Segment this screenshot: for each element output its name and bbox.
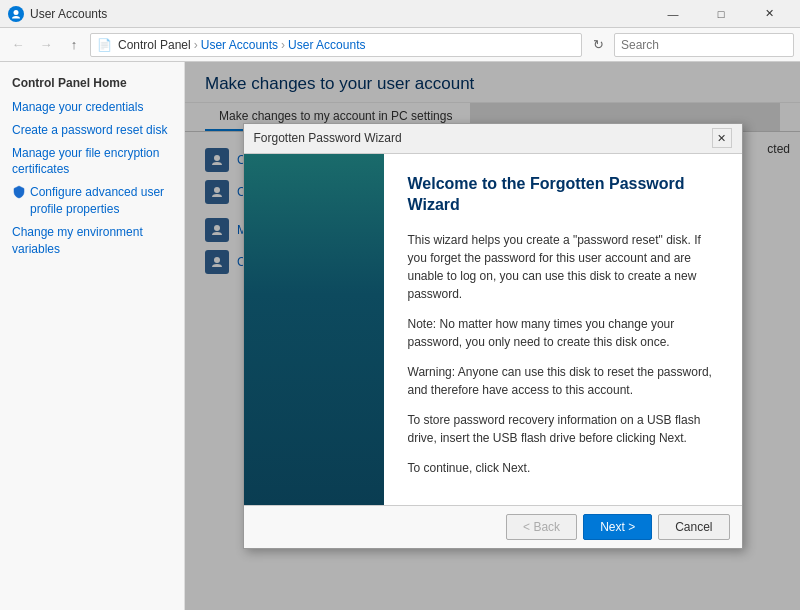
- refresh-button[interactable]: ↻: [586, 33, 610, 57]
- up-button[interactable]: ↑: [62, 33, 86, 57]
- dialog-paragraph-5: To continue, click Next.: [408, 459, 718, 477]
- window-title: User Accounts: [30, 7, 650, 21]
- window-controls: — □ ✕: [650, 0, 792, 28]
- content-area: Make changes to your user account Make c…: [185, 62, 800, 610]
- dialog-right-panel: Welcome to the Forgotten Password Wizard…: [384, 154, 742, 506]
- dialog-overlay: Forgotten Password Wizard ✕ Welcome to t…: [185, 62, 800, 610]
- dialog-title-bar: Forgotten Password Wizard ✕: [244, 124, 742, 154]
- forward-button[interactable]: →: [34, 33, 58, 57]
- sidebar-item-create-password-reset[interactable]: Create a password reset disk: [0, 119, 184, 142]
- sidebar-section-title: Control Panel Home: [0, 72, 184, 96]
- dialog-close-button[interactable]: ✕: [712, 128, 732, 148]
- nav-icon: 📄: [97, 38, 112, 52]
- dialog-footer: < Back Next > Cancel: [244, 505, 742, 548]
- dialog-paragraph-3: Warning: Anyone can use this disk to res…: [408, 363, 718, 399]
- address-path[interactable]: 📄 Control Panel › User Accounts › User A…: [90, 33, 582, 57]
- breadcrumb-level2: User Accounts: [288, 38, 365, 52]
- svg-point-0: [14, 10, 19, 15]
- sidebar-item-manage-encryption[interactable]: Manage your file encryption certificates: [0, 142, 184, 182]
- maximize-button[interactable]: □: [698, 0, 744, 28]
- dialog-body: Welcome to the Forgotten Password Wizard…: [244, 154, 742, 506]
- sidebar-item-configure-advanced[interactable]: Configure advanced user profile properti…: [0, 181, 184, 221]
- back-button[interactable]: ←: [6, 33, 30, 57]
- sidebar: Control Panel Home Manage your credentia…: [0, 62, 185, 610]
- address-bar: ← → ↑ 📄 Control Panel › User Accounts › …: [0, 28, 800, 62]
- sep1: ›: [194, 38, 198, 52]
- main-container: Control Panel Home Manage your credentia…: [0, 62, 800, 610]
- forgotten-password-dialog: Forgotten Password Wizard ✕ Welcome to t…: [243, 123, 743, 550]
- dialog-title-text: Forgotten Password Wizard: [254, 131, 712, 145]
- cancel-button[interactable]: Cancel: [658, 514, 729, 540]
- sidebar-item-change-env[interactable]: Change my environment variables: [0, 221, 184, 261]
- dialog-paragraph-4: To store password recovery information o…: [408, 411, 718, 447]
- title-bar: User Accounts — □ ✕: [0, 0, 800, 28]
- next-button[interactable]: Next >: [583, 514, 652, 540]
- breadcrumb-root: Control Panel: [118, 38, 191, 52]
- close-window-button[interactable]: ✕: [746, 0, 792, 28]
- app-icon: [8, 6, 24, 22]
- sep2: ›: [281, 38, 285, 52]
- dialog-main-heading: Welcome to the Forgotten Password Wizard: [408, 174, 718, 216]
- breadcrumb-level1: User Accounts: [201, 38, 278, 52]
- search-input[interactable]: [614, 33, 794, 57]
- sidebar-item-manage-credentials[interactable]: Manage your credentials: [0, 96, 184, 119]
- dialog-left-panel: [244, 154, 384, 506]
- dialog-paragraph-1: This wizard helps you create a "password…: [408, 231, 718, 303]
- minimize-button[interactable]: —: [650, 0, 696, 28]
- shield-icon: [12, 185, 26, 199]
- back-button[interactable]: < Back: [506, 514, 577, 540]
- dialog-paragraph-2: Note: No matter how many times you chang…: [408, 315, 718, 351]
